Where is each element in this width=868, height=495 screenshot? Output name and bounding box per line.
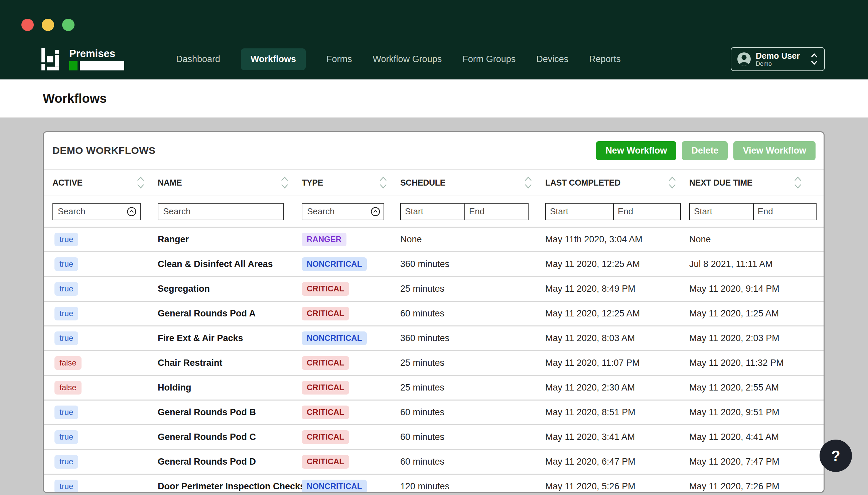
brand-logo[interactable]: Premises xyxy=(42,48,124,70)
window-controls xyxy=(21,19,75,31)
sort-icon[interactable] xyxy=(136,175,145,190)
schedule-value: 120 minutes xyxy=(400,481,545,492)
nav-item-reports[interactable]: Reports xyxy=(589,54,621,64)
next-due-value: May 11 2020, 2:55 AM xyxy=(689,382,815,393)
workflows-panel: DEMO WORKFLOWS New Workflow Delete View … xyxy=(43,131,824,493)
nav-item-workflow-groups[interactable]: Workflow Groups xyxy=(373,54,442,64)
table-row[interactable]: true General Rounds Pod D CRITICAL 60 mi… xyxy=(44,449,823,474)
last-completed-value: May 11th 2020, 3:04 AM xyxy=(545,234,689,245)
delete-button[interactable]: Delete xyxy=(682,141,728,160)
next-due-value: May 11 2020, 7:47 PM xyxy=(689,457,815,467)
window-minimize-dot[interactable] xyxy=(42,19,54,31)
view-workflow-button[interactable]: View Workflow xyxy=(733,141,816,160)
schedule-value: 60 minutes xyxy=(400,407,545,417)
column-header-name[interactable]: NAME xyxy=(158,175,302,190)
table-row[interactable]: true General Rounds Pod B CRITICAL 60 mi… xyxy=(44,399,823,424)
last-completed-end-input[interactable] xyxy=(613,204,680,220)
last-completed-start-input[interactable] xyxy=(546,204,613,220)
active-badge: true xyxy=(54,307,78,320)
type-badge: CRITICAL xyxy=(302,381,349,394)
active-badge: true xyxy=(54,331,78,345)
panel-header: DEMO WORKFLOWS New Workflow Delete View … xyxy=(44,132,823,169)
schedule-value: 25 minutes xyxy=(400,382,545,393)
type-search-input[interactable] xyxy=(302,204,371,220)
active-badge: false xyxy=(54,356,82,370)
table-row[interactable]: true Clean & Disinfect All Areas NONCRIT… xyxy=(44,251,823,276)
table-row[interactable]: true General Rounds Pod A CRITICAL 60 mi… xyxy=(44,301,823,325)
collapse-circle-icon[interactable] xyxy=(127,206,137,217)
next-due-value: May 11 2020, 11:32 PM xyxy=(689,358,815,368)
sort-icon[interactable] xyxy=(280,175,289,190)
type-badge: NONCRITICAL xyxy=(302,480,367,493)
top-navbar: Premises DashboardWorkflowsFormsWorkflow… xyxy=(0,0,868,80)
brand-tagline-bar xyxy=(80,61,124,70)
collapse-circle-icon[interactable] xyxy=(371,206,380,217)
brand-tagline xyxy=(69,61,124,70)
workflow-name: Fire Ext & Air Packs xyxy=(158,333,302,343)
nav-item-dashboard[interactable]: Dashboard xyxy=(176,54,220,64)
last-completed-value: May 11 2020, 12:25 AM xyxy=(545,308,689,319)
active-badge: true xyxy=(54,455,78,468)
schedule-value: 60 minutes xyxy=(400,432,545,442)
column-header-schedule[interactable]: SCHEDULE xyxy=(400,175,545,190)
table-row[interactable]: true Door Perimeter Inspection Checks NO… xyxy=(44,474,823,493)
table-row[interactable]: true Ranger RANGER None May 11th 2020, 3… xyxy=(44,227,823,251)
active-badge: true xyxy=(54,480,78,493)
window-close-dot[interactable] xyxy=(21,19,34,31)
panel-title: DEMO WORKFLOWS xyxy=(52,145,156,156)
last-completed-value: May 11 2020, 8:03 AM xyxy=(545,333,689,343)
nav-item-devices[interactable]: Devices xyxy=(536,54,568,64)
workflow-name: General Rounds Pod D xyxy=(158,457,302,467)
table-row[interactable]: true General Rounds Pod C CRITICAL 60 mi… xyxy=(44,424,823,449)
table-row[interactable]: false Holding CRITICAL 25 minutes May 11… xyxy=(44,375,823,399)
sort-icon[interactable] xyxy=(668,175,676,190)
column-header-last-completed[interactable]: LAST COMPLETED xyxy=(545,175,689,190)
last-completed-value: May 11 2020, 8:49 PM xyxy=(545,284,689,294)
window-maximize-dot[interactable] xyxy=(62,19,75,31)
last-completed-value: May 11 2020, 11:07 PM xyxy=(545,358,689,368)
table-row[interactable]: false Chair Restraint CRITICAL 25 minute… xyxy=(44,350,823,375)
name-search-input[interactable] xyxy=(158,204,280,220)
workflow-name: General Rounds Pod B xyxy=(158,407,302,417)
nav-item-workflows[interactable]: Workflows xyxy=(241,48,306,70)
schedule-value: 360 minutes xyxy=(400,259,545,269)
column-header-next-due-time[interactable]: NEXT DUE TIME xyxy=(689,175,815,190)
page-content: DEMO WORKFLOWS New Workflow Delete View … xyxy=(0,118,868,493)
nav-item-forms[interactable]: Forms xyxy=(326,54,352,64)
last-completed-value: May 11 2020, 2:30 AM xyxy=(545,382,689,393)
type-badge: RANGER xyxy=(302,233,346,246)
table-row[interactable]: true Segregation CRITICAL 25 minutes May… xyxy=(44,276,823,301)
workflow-name: Door Perimeter Inspection Checks xyxy=(158,481,302,492)
schedule-end-input[interactable] xyxy=(464,204,528,220)
sort-icon[interactable] xyxy=(379,175,388,190)
last-completed-value: May 11 2020, 3:41 AM xyxy=(545,432,689,442)
next-due-value: May 11 2020, 9:51 PM xyxy=(689,407,815,417)
last-completed-value: May 11 2020, 6:47 PM xyxy=(545,457,689,467)
last-completed-value: May 11 2020, 8:51 PM xyxy=(545,407,689,417)
sort-icon[interactable] xyxy=(524,175,533,190)
schedule-value: 25 minutes xyxy=(400,358,545,368)
next-due-value: May 11 2020, 7:26 PM xyxy=(689,481,815,492)
active-search-input[interactable] xyxy=(53,204,127,220)
brand-name: Premises xyxy=(69,48,124,59)
user-avatar-icon xyxy=(737,52,751,66)
table-row[interactable]: true Fire Ext & Air Packs NONCRITICAL 36… xyxy=(44,325,823,350)
filter-cell-schedule xyxy=(400,203,545,220)
page-title-strip: Workflows xyxy=(0,80,868,118)
next-due-value: May 11 2020, 9:14 PM xyxy=(689,284,815,294)
sort-icon[interactable] xyxy=(793,175,802,190)
next-due-value: May 11 2020, 4:41 AM xyxy=(689,432,815,442)
active-badge: true xyxy=(54,257,78,271)
filter-cell-type xyxy=(302,203,400,220)
help-button[interactable]: ? xyxy=(820,440,852,472)
column-header-active[interactable]: ACTIVE xyxy=(52,175,158,190)
user-dropdown[interactable]: Demo User Demo xyxy=(731,47,825,71)
new-workflow-button[interactable]: New Workflow xyxy=(596,141,676,160)
nav-item-form-groups[interactable]: Form Groups xyxy=(462,54,515,64)
next-due-start-input[interactable] xyxy=(690,204,753,220)
schedule-start-input[interactable] xyxy=(401,204,464,220)
next-due-end-input[interactable] xyxy=(753,204,816,220)
table-body: true Ranger RANGER None May 11th 2020, 3… xyxy=(44,227,823,493)
active-badge: true xyxy=(54,233,78,246)
column-header-type[interactable]: TYPE xyxy=(302,175,400,190)
